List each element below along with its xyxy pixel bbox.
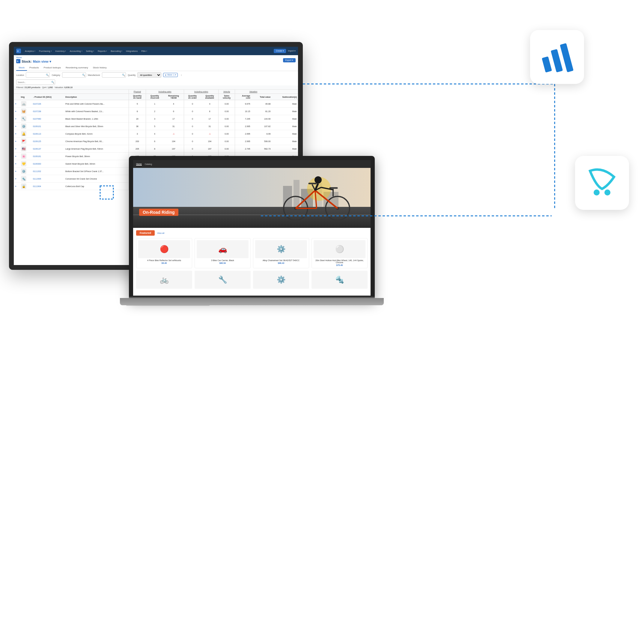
row-sku-5[interactable]: 0109125 bbox=[32, 138, 64, 145]
row-add-7[interactable]: + bbox=[14, 153, 20, 160]
tab-stock-history[interactable]: Stock history bbox=[91, 65, 109, 71]
row-add-10[interactable]: + bbox=[14, 175, 20, 183]
table-row: + 🚩 0109125 Chrome American Flag Bicycle… bbox=[14, 138, 298, 145]
product-card-3[interactable]: ⚪ 20in Steel Hollow Hub Bike Wheel, 140,… bbox=[312, 238, 368, 268]
tab-stock[interactable]: Stock bbox=[16, 65, 27, 71]
ecom-screen: Home Catalog bbox=[133, 160, 371, 296]
category-search-wrap: 🔍 bbox=[62, 72, 86, 78]
nav-item-inventory[interactable]: Inventory ▾ bbox=[54, 49, 68, 53]
row-sku-11[interactable]: 0111904 bbox=[32, 183, 64, 190]
ecom-nav-catalog[interactable]: Catalog bbox=[145, 163, 152, 165]
quantity-select[interactable]: All quantities bbox=[137, 72, 161, 78]
nav-item-analytics[interactable]: Analytics ▾ bbox=[23, 49, 37, 53]
product-extra-3: ⚙️ bbox=[253, 271, 309, 289]
table-row: + ⚙️ 0109101 Black and Silver Mini Bicyc… bbox=[14, 123, 298, 130]
table-row: + 🔧 0107990 Black Steel Basket Bracket, … bbox=[14, 115, 298, 123]
row-add-5[interactable]: + bbox=[14, 138, 20, 145]
col-header-remaining[interactable]: Remaining+BOM bbox=[163, 94, 184, 100]
col-group-including-sales: Including sales bbox=[146, 90, 184, 94]
nav-item-barcoding[interactable]: Barcoding ▾ bbox=[109, 49, 124, 53]
row-add-9[interactable]: + bbox=[14, 168, 20, 175]
row-img-10: 🔩 bbox=[20, 175, 32, 183]
nav-item-fba[interactable]: FBA ▾ bbox=[140, 49, 149, 53]
table-row: + 🔔 0109113 Compass Bicycle Bell, 41mm 3… bbox=[14, 130, 298, 138]
import-button[interactable]: Import ▾ bbox=[288, 50, 296, 52]
row-add-11[interactable]: + bbox=[14, 183, 20, 190]
row-desc-4: Compass Bicycle Bell, 41mm bbox=[64, 130, 129, 138]
manufacturer-search-icon[interactable]: 🔍 bbox=[122, 74, 125, 76]
row-add-0[interactable]: + bbox=[14, 100, 20, 108]
tab-products[interactable]: Products bbox=[27, 65, 41, 71]
row-qty-avail-2: 17 bbox=[201, 115, 219, 123]
nav-item-integrations[interactable]: Integrations bbox=[124, 49, 139, 53]
view-all-link[interactable]: View all bbox=[157, 232, 164, 234]
row-sku-8[interactable]: 0109300 bbox=[32, 160, 64, 168]
row-add-2[interactable]: + bbox=[14, 115, 20, 123]
bike-svg bbox=[269, 172, 359, 220]
ecom-nav-home[interactable]: Home bbox=[136, 163, 142, 165]
row-qty-hand-2: 20 bbox=[129, 115, 146, 123]
col-header-velocity[interactable]: Salesvelocity bbox=[219, 94, 235, 100]
row-qty-order-4: 0 bbox=[184, 130, 201, 138]
row-sku-6[interactable]: 0109137 bbox=[32, 145, 64, 153]
view-name[interactable]: Main view ▾ bbox=[33, 60, 51, 64]
row-add-8[interactable]: + bbox=[14, 160, 20, 168]
tab-reordering-summary[interactable]: Reordering summary bbox=[63, 65, 91, 71]
row-velocity-6: 0.00 bbox=[219, 145, 235, 153]
row-remaining-3: 31 bbox=[163, 123, 184, 130]
valuation-label: Valuation: bbox=[55, 86, 64, 88]
category-search-icon[interactable]: 🔍 bbox=[82, 74, 85, 76]
nav-item-selling[interactable]: Selling ▾ bbox=[85, 49, 96, 53]
row-sku-2[interactable]: 0107990 bbox=[32, 115, 64, 123]
col-header-qty-hand[interactable]: Quantityon hand bbox=[129, 94, 146, 100]
row-sub-1: Main bbox=[272, 108, 298, 115]
main-search-input[interactable] bbox=[16, 79, 55, 85]
col-group-sub bbox=[272, 90, 298, 94]
info-bar: Filtered: 15,285 products · QoH: 1,892 ·… bbox=[14, 85, 298, 90]
col-group-valuation: Valuation bbox=[235, 90, 272, 94]
row-velocity-4: 0.00 bbox=[219, 130, 235, 138]
row-qty-avail-6: 197 bbox=[201, 145, 219, 153]
row-add-3[interactable]: + bbox=[14, 123, 20, 130]
main-search-icon[interactable]: 🔍 bbox=[51, 81, 54, 84]
product-card-2[interactable]: ⚙️ Alloy Chainwheel Set 36/42/52T 540CC … bbox=[253, 238, 309, 268]
col-header-qty-avail[interactable]: Quantityavailable bbox=[201, 94, 219, 100]
breadcrumb: Home bbox=[16, 56, 51, 58]
location-search-icon[interactable]: 🔍 bbox=[46, 74, 49, 76]
row-qty-reserved-5: 6 bbox=[146, 138, 163, 145]
laptop-container: Home Catalog bbox=[129, 156, 375, 324]
row-add-1[interactable]: + bbox=[14, 108, 20, 115]
row-sku-7[interactable]: 0109161 bbox=[32, 153, 64, 160]
nav-item-purchasing[interactable]: Purchasing ▾ bbox=[37, 49, 53, 53]
search-row: 🔍 bbox=[14, 79, 298, 85]
row-add-6[interactable]: + bbox=[14, 145, 20, 153]
row-img-4: 🔔 bbox=[20, 130, 32, 138]
row-avg-cost-6: 2.745 bbox=[235, 145, 251, 153]
svg-text:≡: ≡ bbox=[17, 49, 19, 53]
product-name-3: 20in Steel Hollow Hub Bike Wheel, 140, 1… bbox=[314, 259, 365, 264]
more-filters-button[interactable]: ▼ More: 1 ▾ bbox=[163, 73, 178, 77]
row-qty-reserved-3: 5 bbox=[146, 123, 163, 130]
row-sku-4[interactable]: 0109113 bbox=[32, 130, 64, 138]
col-header-total[interactable]: Total value bbox=[251, 94, 272, 100]
col-header-qty-order[interactable]: Quantityon order bbox=[184, 94, 201, 100]
col-header-avg-cost[interactable]: Averagecost bbox=[235, 94, 251, 100]
row-sku-10[interactable]: 0111505 bbox=[32, 175, 64, 183]
col-header-qty-reserved[interactable]: Quantityreserved bbox=[146, 94, 163, 100]
nav-item-reports[interactable]: Reports ▾ bbox=[96, 49, 109, 53]
product-card-0[interactable]: 🔴 4 Piece Bike Reflector Set w/Mounts $9… bbox=[136, 238, 192, 268]
row-sku-9[interactable]: 0111202 bbox=[32, 168, 64, 175]
product-img-1: 🚗 bbox=[197, 240, 249, 258]
row-add-4[interactable]: + bbox=[14, 130, 20, 138]
row-sku-0[interactable]: 0107226 bbox=[32, 100, 64, 108]
export-button[interactable]: Export ▾ bbox=[283, 58, 296, 62]
row-sku-3[interactable]: 0109101 bbox=[32, 123, 64, 130]
create-button[interactable]: Create ▾ bbox=[274, 49, 286, 53]
tab-product-lookups[interactable]: Product lookups bbox=[41, 65, 63, 71]
qoh-value: 1,892 bbox=[48, 86, 53, 88]
svg-rect-34 bbox=[551, 49, 563, 72]
col-header-sku[interactable]: ↓ Product ID (SKU) bbox=[32, 94, 64, 100]
nav-item-accounting[interactable]: Accounting ▾ bbox=[68, 49, 84, 53]
row-sku-1[interactable]: 0107238 bbox=[32, 108, 64, 115]
product-card-1[interactable]: 🚗 3 Bike Car Carrier, Black $80.94 bbox=[195, 238, 251, 268]
